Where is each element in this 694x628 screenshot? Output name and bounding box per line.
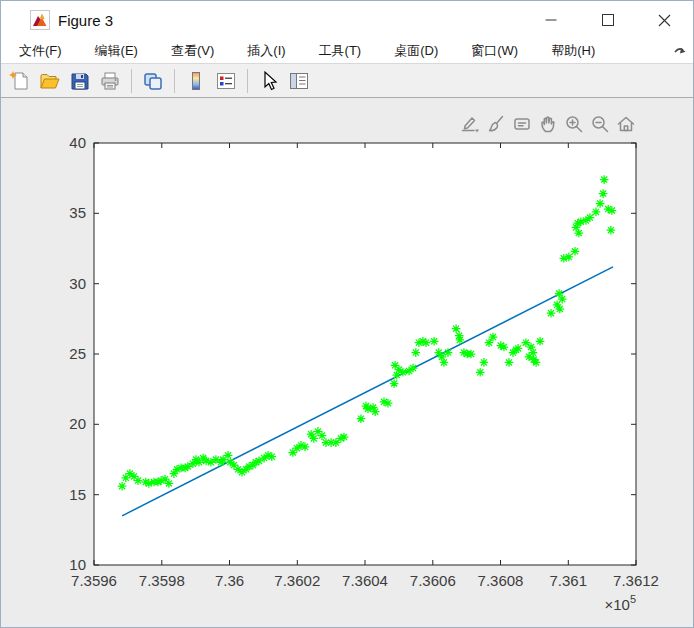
menu-bar: 文件(F) 编辑(E) 查看(V) 插入(I) 工具(T) 桌面(D) 窗口(W… [1,39,693,64]
link-plot-button[interactable] [139,67,167,95]
x-tick-label: 7.3606 [410,572,456,589]
new-figure-button[interactable] [6,67,34,95]
x-tick-label: 7.3604 [342,572,388,589]
axes-plot: 7.35967.35987.367.36027.36047.36067.3608… [1,98,694,628]
new-figure-icon [9,70,31,92]
dock-figure-arrow-icon[interactable] [673,43,687,57]
zoom-out-button[interactable] [588,112,612,136]
zoom-out-icon [590,114,610,134]
y-tick-label: 25 [69,345,86,362]
matlab-figure-icon [30,10,50,30]
x-tick-label: 7.361 [550,572,588,589]
property-inspector-icon [288,70,310,92]
window-title: Figure 3 [58,12,113,29]
insert-colorbar-icon [185,70,207,92]
maximize-icon [602,14,614,26]
zoom-in-icon [564,114,584,134]
zoom-in-button[interactable] [562,112,586,136]
title-bar: Figure 3 [1,1,693,39]
y-tick-label: 40 [69,134,86,151]
menu-help[interactable]: 帮助(H) [543,39,603,63]
close-icon [658,14,671,27]
menu-file[interactable]: 文件(F) [11,39,70,63]
menu-view[interactable]: 查看(V) [163,39,222,63]
print-figure-button[interactable] [96,67,124,95]
x-tick-label: 7.3596 [71,572,117,589]
y-tick-label: 15 [69,486,86,503]
brush-data-button[interactable] [484,112,508,136]
print-figure-icon [99,70,121,92]
figure-toolbar [1,64,693,98]
brush-data-icon [486,114,506,134]
save-figure-button[interactable] [66,67,94,95]
figure-window: Figure 3 文件(F) 编辑(E) 查看(V) [0,0,694,628]
x-tick-label: 7.3598 [139,572,185,589]
axes-toolbar [458,112,638,136]
toolbar-separator [174,69,175,93]
edit-plot-button[interactable] [255,67,283,95]
y-tick-label: 30 [69,275,86,292]
export-button[interactable] [458,112,482,136]
menu-insert[interactable]: 插入(I) [239,39,293,63]
pan-button[interactable] [536,112,560,136]
figure-canvas: 7.35967.35987.367.36027.36047.36067.3608… [1,98,694,628]
menu-desktop[interactable]: 桌面(D) [386,39,446,63]
data-tips-icon [512,114,532,134]
open-file-button[interactable] [36,67,64,95]
menu-edit[interactable]: 编辑(E) [87,39,146,63]
close-button[interactable] [636,1,693,39]
y-tick-label: 20 [69,415,86,432]
y-tick-label: 10 [69,556,86,573]
edit-plot-icon [258,70,280,92]
toolbar-separator [247,69,248,93]
maximize-button[interactable] [579,1,636,39]
property-inspector-button[interactable] [285,67,313,95]
minimize-icon [545,14,557,26]
toolbar-separator [131,69,132,93]
menu-window[interactable]: 窗口(W) [463,39,526,63]
pan-icon [538,114,558,134]
plot-background [94,143,636,565]
x-tick-label: 7.36 [215,572,244,589]
menu-tools[interactable]: 工具(T) [311,39,370,63]
data-tips-button[interactable] [510,112,534,136]
x-axis-exponent-label: ×105 [604,593,636,613]
insert-legend-icon [215,70,237,92]
y-tick-label: 35 [69,204,86,221]
link-plot-icon [142,70,164,92]
x-tick-label: 7.3602 [274,572,320,589]
restore-view-home-button[interactable] [614,112,638,136]
open-file-icon [39,70,61,92]
restore-view-home-icon [616,114,636,134]
x-tick-label: 7.3608 [478,572,524,589]
insert-colorbar-button[interactable] [182,67,210,95]
save-figure-icon [69,70,91,92]
x-tick-label: 7.3612 [613,572,659,589]
minimize-button[interactable] [522,1,579,39]
export-icon [460,114,480,134]
insert-legend-button[interactable] [212,67,240,95]
